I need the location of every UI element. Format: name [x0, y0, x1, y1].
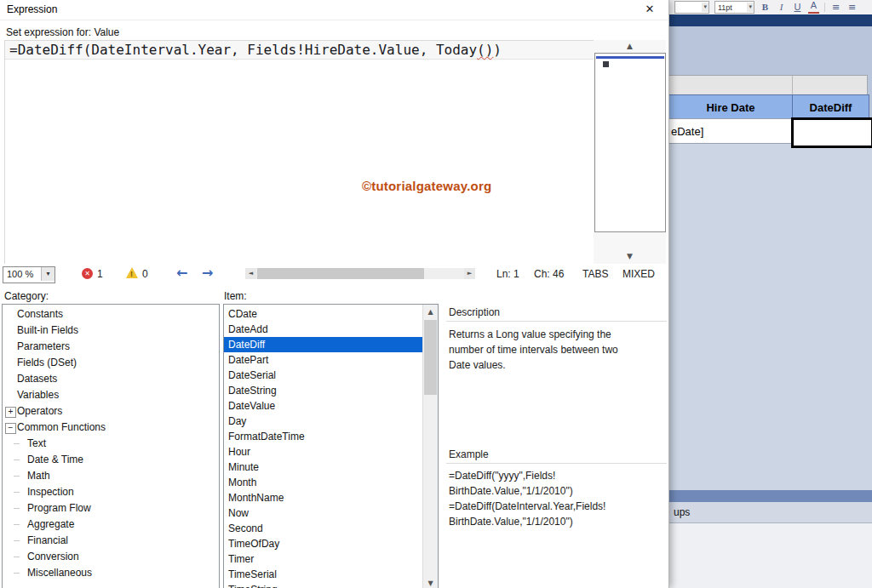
scrollbar-thumb[interactable]	[424, 320, 437, 395]
category-item-label: Operators	[17, 405, 62, 417]
function-item[interactable]: DateAdd	[224, 322, 423, 337]
hiredate-data-cell[interactable]: eDate]	[668, 118, 796, 144]
tabs-indicator: TABS	[582, 268, 608, 280]
category-label: Category:	[4, 290, 49, 302]
category-item[interactable]: Variables	[3, 387, 219, 403]
line-indicator: Ln: 1	[496, 268, 519, 280]
description-heading: Description	[449, 306, 500, 318]
description-panel: Description Returns a Long value specify…	[443, 304, 667, 588]
function-item[interactable]: TimeOfDay	[224, 536, 423, 551]
function-item[interactable]: DatePart	[224, 352, 423, 368]
horizontal-scrollbar[interactable]: ◄ ►	[245, 268, 475, 279]
row-groups-header: ups	[668, 502, 872, 523]
category-item[interactable]: Constants	[3, 306, 219, 323]
previous-arrow-icon[interactable]: ←	[176, 265, 187, 281]
hire-date-header-cell[interactable]: Hire Date	[668, 94, 794, 120]
category-item[interactable]: Operators	[3, 403, 219, 420]
scrollbar-thumb[interactable]	[257, 268, 424, 279]
chevron-down-icon[interactable]: ▾	[41, 267, 54, 281]
next-arrow-icon[interactable]: →	[202, 265, 213, 281]
function-item[interactable]: TimeString	[224, 582, 423, 588]
function-item-label: MonthName	[228, 492, 284, 504]
function-item-label: DateString	[228, 385, 277, 397]
function-item[interactable]: DateValue	[224, 398, 423, 414]
editor-status-bar: 100 % ▾ ✕ 1 ! 0 ← → ◄ ► Ln: 1 Ch: 46 TAB…	[0, 264, 667, 284]
underline-button[interactable]: U	[792, 1, 803, 14]
tree-expander-icon[interactable]	[5, 407, 16, 418]
tree-expander-icon[interactable]	[5, 423, 16, 434]
function-item[interactable]: Minute	[224, 460, 423, 475]
function-item[interactable]: DateString	[224, 383, 423, 398]
description-rule	[446, 321, 667, 322]
scroll-down-icon[interactable]: ▼	[423, 576, 438, 588]
category-item[interactable]: Aggregate	[3, 517, 219, 533]
function-item[interactable]: Timer	[224, 551, 423, 567]
font-size-combo[interactable]: 11pt▾	[714, 1, 754, 14]
window-title-band	[668, 14, 872, 26]
category-item[interactable]: Fields (DSet)	[3, 355, 219, 371]
scroll-up-icon[interactable]: ▲	[594, 42, 666, 50]
category-item[interactable]: Common Functions	[3, 420, 219, 436]
item-label: Item:	[224, 290, 247, 302]
font-color-button[interactable]: A	[808, 1, 819, 14]
toolbar-separator	[824, 3, 825, 12]
expression-editor[interactable]: =DateDiff(DateInterval.Year, Fields!Hire…	[4, 40, 595, 265]
category-item[interactable]: Date & Time	[3, 452, 219, 468]
category-item[interactable]: Text	[3, 436, 219, 452]
scrollbar-track[interactable]	[256, 268, 464, 279]
italic-button[interactable]: I	[776, 1, 787, 14]
category-item[interactable]: Math	[3, 468, 219, 484]
item-list[interactable]: ▲ ▼ CDate DateAdd DateDiff DatePart Date…	[223, 304, 439, 588]
expression-code-line[interactable]: =DateDiff(DateInterval.Year, Fields!Hire…	[5, 41, 594, 60]
function-item[interactable]: Hour	[224, 444, 423, 460]
scroll-left-icon[interactable]: ◄	[245, 268, 256, 279]
font-name-combo[interactable]: ▾	[674, 1, 709, 14]
zoom-combo[interactable]: 100 % ▾	[3, 266, 55, 283]
chevron-down-icon: ▾	[747, 3, 754, 12]
editor-scrollbar-map[interactable]: ▲ ▼	[594, 40, 666, 264]
column-handle-row[interactable]	[668, 75, 868, 96]
function-item[interactable]: DateDiff	[224, 337, 423, 352]
scrollbar-map-box[interactable]	[594, 53, 666, 232]
category-item[interactable]: Built-in Fields	[3, 323, 219, 339]
category-item[interactable]: Datasets	[3, 371, 219, 387]
function-item[interactable]: DateSerial	[224, 368, 423, 383]
category-item[interactable]: Miscellaneous	[3, 565, 219, 581]
mixed-indicator: MIXED	[622, 268, 655, 280]
category-item[interactable]: Program Flow	[3, 500, 219, 517]
scroll-down-icon[interactable]: ▼	[594, 252, 666, 260]
category-item[interactable]: Financial	[3, 533, 219, 549]
scroll-up-icon[interactable]: ▲	[423, 305, 438, 319]
function-item[interactable]: Second	[224, 521, 423, 536]
category-item-label: Constants	[17, 308, 63, 320]
category-item[interactable]: Inspection	[3, 484, 219, 500]
category-item-label: Parameters	[17, 340, 70, 352]
category-item[interactable]: Parameters	[3, 339, 219, 355]
panel-divider	[668, 490, 872, 502]
datediff-header-cell[interactable]: DateDiff	[792, 94, 869, 120]
item-list-scrollbar[interactable]: ▲ ▼	[422, 305, 438, 588]
function-item-label: FormatDateTime	[228, 431, 305, 442]
title-separator	[0, 20, 668, 20]
bold-button[interactable]: B	[760, 1, 771, 14]
function-item[interactable]: MonthName	[224, 490, 423, 505]
category-item[interactable]: Conversion	[3, 549, 219, 565]
warning-count: 0	[142, 268, 148, 280]
list-menu-icon[interactable]: ≡	[846, 1, 858, 14]
function-item[interactable]: TimeSerial	[224, 567, 423, 582]
function-item[interactable]: FormatDateTime	[224, 429, 423, 444]
selected-data-cell[interactable]	[791, 117, 872, 148]
function-item-label: TimeSerial	[228, 568, 277, 580]
function-item-label: Month	[228, 477, 256, 488]
category-item-label: Program Flow	[27, 502, 91, 514]
function-item[interactable]: CDate	[224, 306, 423, 322]
function-item[interactable]: Day	[224, 414, 423, 429]
scroll-right-icon[interactable]: ►	[464, 268, 475, 279]
function-item[interactable]: Month	[224, 475, 423, 490]
viewport-indicator	[596, 56, 664, 59]
close-icon[interactable]: ✕	[642, 2, 657, 17]
category-list[interactable]: Constants Built-in Fields Parameters Fie…	[2, 304, 220, 588]
align-menu-icon[interactable]: ≡	[830, 1, 841, 14]
function-item[interactable]: Now	[224, 505, 423, 521]
expression-dialog: Expression ✕ Set expression for: Value =…	[0, 0, 669, 588]
